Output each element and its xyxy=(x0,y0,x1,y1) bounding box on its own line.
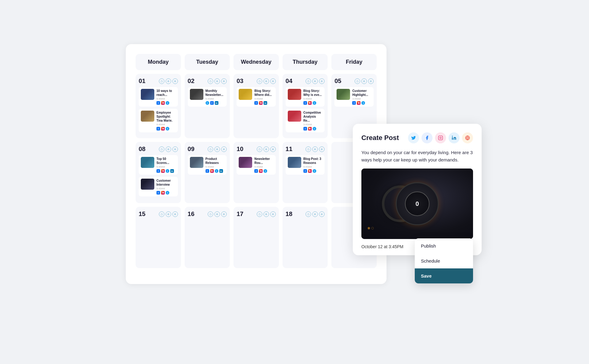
post-card[interactable]: Customer Interview 9:45AM f ◈ t xyxy=(139,177,178,196)
globe-icon: ⊕ xyxy=(214,78,220,84)
globe-icon: ⊕ xyxy=(214,211,220,217)
post-thumbnail xyxy=(337,89,350,100)
post-card[interactable]: Blog Story: Where did... 9:45AM f ◈ in xyxy=(237,87,276,107)
week-row-1: 01 ◷ ⊕ ⊗ 10 ways to reach... 9:45AM f xyxy=(136,74,377,138)
post-card[interactable]: Newsletter Rou... 9:45AM f ◈ t xyxy=(237,155,276,175)
clock-icon: ◷ xyxy=(159,146,164,152)
instagram-platform-button[interactable] xyxy=(435,132,446,143)
post-card[interactable]: Competitive Analysis Re... 3:45AM f ◈ t xyxy=(286,109,325,132)
post-card[interactable]: 10 ways to reach... 9:45AM f ◈ t xyxy=(139,87,178,107)
globe-icon: ⊕ xyxy=(312,146,318,152)
post-thumbnail xyxy=(288,89,301,100)
post-time: 9:45AM xyxy=(254,97,274,100)
post-card[interactable]: Monthly Newsletter... 9:45AM t f in xyxy=(188,87,227,107)
day-cell-15: 15 ◷ ⊕ ⊗ xyxy=(136,207,181,268)
facebook-icon: f xyxy=(156,169,160,173)
post-title: Customer Highlight... xyxy=(352,89,371,97)
gauge-outer: 0 xyxy=(396,182,439,225)
facebook-icon: f xyxy=(303,127,307,131)
schedule-button[interactable]: Schedule xyxy=(415,253,473,268)
linkedin-platform-button[interactable] xyxy=(448,132,460,143)
facebook-icon: f xyxy=(254,169,258,173)
share-icon: ⊗ xyxy=(270,78,276,84)
facebook-icon: f xyxy=(156,127,160,131)
post-info: Newsletter Rou... 9:45AM f ◈ t xyxy=(254,157,274,173)
post-info: Product Releases 9:45AM f ◈ t in xyxy=(206,157,225,173)
post-time: 9:45AM xyxy=(156,97,176,100)
day-header-tuesday: Tuesday xyxy=(185,54,230,70)
day-icons-01: ◷ ⊕ ⊗ xyxy=(159,78,178,84)
post-info: Blog Story: Why is eve... 9:45AM f ◈ t xyxy=(303,89,323,105)
post-card[interactable]: Product Releases 9:45AM f ◈ t in xyxy=(188,155,227,175)
post-title: Newsletter Rou... xyxy=(254,157,274,165)
facebook-icon: f xyxy=(206,169,209,173)
post-social-icons: f ◈ t xyxy=(303,101,323,105)
facebook-platform-button[interactable] xyxy=(422,132,433,143)
post-title: Employee Spotlight: Tina Marie. xyxy=(156,111,176,123)
twitter-icon: t xyxy=(313,127,316,131)
twitter-icon: t xyxy=(313,169,316,173)
day-number-02: 02 xyxy=(188,78,194,85)
post-time: 9:45AM xyxy=(206,97,225,100)
linkedin-icon: in xyxy=(170,169,174,173)
twitter-icon: t xyxy=(166,127,169,131)
post-time: 9:45AM xyxy=(156,187,176,190)
post-thumbnail xyxy=(190,157,203,168)
share-icon: ⊗ xyxy=(319,78,325,84)
post-thumbnail xyxy=(141,179,154,190)
post-social-icons: f ◈ in xyxy=(254,101,274,105)
post-card[interactable]: Employee Spotlight: Tina Marie. 9:45AM f… xyxy=(139,109,178,132)
post-social-icons: t f in xyxy=(206,101,225,105)
svg-rect-0 xyxy=(438,136,442,140)
share-icon: ⊗ xyxy=(319,211,325,217)
twitter-icon: t xyxy=(215,169,218,173)
post-time: 9:45AM xyxy=(254,165,274,168)
post-body-text: You depend on your car for everyday livi… xyxy=(361,149,473,164)
post-thumbnail xyxy=(239,157,252,168)
post-card[interactable]: Blog Post: 3 Reasons 9:45AM f ◈ t xyxy=(286,155,325,175)
day-cell-18: 18 ◷ ⊕ ⊗ xyxy=(283,207,328,268)
instagram-icon: ◈ xyxy=(161,169,165,173)
post-info: Employee Spotlight: Tina Marie. 9:45AM f… xyxy=(156,111,176,131)
share-icon: ⊗ xyxy=(172,146,178,152)
post-social-icons: f ◈ t xyxy=(303,169,323,173)
clock-icon: ◷ xyxy=(355,78,360,84)
post-time: 9:45AM xyxy=(206,165,225,168)
post-title: Monthly Newsletter... xyxy=(206,89,225,97)
post-thumbnail xyxy=(141,89,154,100)
clock-icon: ◷ xyxy=(306,78,311,84)
twitter-icon: t xyxy=(206,101,209,105)
post-time: 9:45AM xyxy=(303,165,323,168)
post-card[interactable]: Customer Highlight... 3:45AM f ◈ t xyxy=(334,87,374,107)
day-icons-16: ◷ ⊕ ⊗ xyxy=(208,211,227,217)
day-icons-08: ◷ ⊕ ⊗ xyxy=(159,146,178,152)
clock-icon: ◷ xyxy=(257,211,262,217)
google-platform-button[interactable] xyxy=(462,132,473,143)
post-card[interactable]: Top 50 Scores... 9:45AM f ◈ t in xyxy=(139,155,178,175)
post-time: 9:45AM xyxy=(303,97,323,100)
day-cell-03: 03 ◷ ⊕ ⊗ Blog Story: Where did... 9:45AM… xyxy=(233,74,279,138)
clock-icon: ◷ xyxy=(208,211,213,217)
publish-button[interactable]: Publish xyxy=(415,238,473,253)
post-social-icons: f ◈ t in xyxy=(206,169,225,173)
day-cell-04: 04 ◷ ⊕ ⊗ Blog Story: Why is eve... 9:45A… xyxy=(283,74,328,138)
globe-icon: ⊕ xyxy=(264,146,269,152)
globe-icon: ⊕ xyxy=(214,146,220,152)
post-thumbnail xyxy=(288,111,301,122)
day-icons-02: ◷ ⊕ ⊗ xyxy=(208,78,227,84)
post-social-icons: f ◈ t xyxy=(156,127,176,131)
post-thumbnail xyxy=(141,111,154,122)
share-icon: ⊗ xyxy=(221,146,227,152)
day-number-01: 01 xyxy=(139,78,145,85)
day-icons-04: ◷ ⊕ ⊗ xyxy=(306,78,325,84)
post-title: Blog Story: Where did... xyxy=(254,89,274,97)
action-dropdown: Publish Schedule Save xyxy=(415,238,473,283)
post-title: Top 50 Scores... xyxy=(156,157,176,165)
globe-icon: ⊕ xyxy=(166,211,171,217)
post-card[interactable]: Blog Story: Why is eve... 9:45AM f ◈ t xyxy=(286,87,325,107)
week-row-2: 08 ◷ ⊕ ⊗ Top 50 Scores... 9:45AM f ◈ xyxy=(136,142,377,203)
twitter-platform-button[interactable] xyxy=(408,132,419,143)
save-button[interactable]: Save xyxy=(415,268,473,283)
share-icon: ⊗ xyxy=(172,211,178,217)
day-header-wednesday: Wednesday xyxy=(233,54,279,70)
